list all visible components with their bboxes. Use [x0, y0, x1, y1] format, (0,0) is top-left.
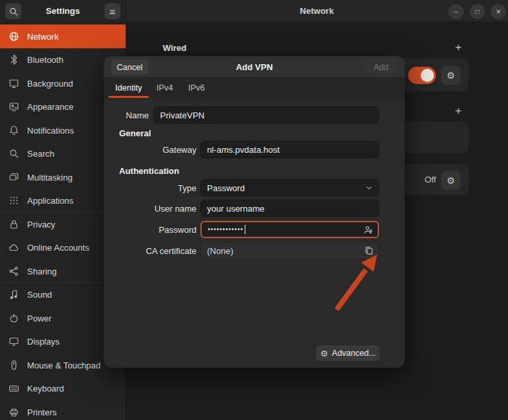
username-value: your username: [207, 204, 265, 214]
file-picker-icon[interactable]: [364, 246, 374, 256]
bluetooth-icon: [9, 54, 19, 65]
appearance-icon: [9, 101, 19, 112]
tab-ipv6[interactable]: IPv6: [184, 78, 209, 98]
sidebar-item-label: Power: [27, 314, 52, 323]
wired-toggle[interactable]: [408, 67, 436, 84]
keyboard-icon: [9, 383, 19, 394]
add-label: Add: [374, 63, 388, 72]
sidebar-item-label: Sound: [27, 290, 52, 300]
tab-ipv4[interactable]: IPv4: [152, 78, 177, 98]
sidebar-item-label: Applications: [27, 196, 73, 206]
sidebar-item-label: Bluetooth: [27, 55, 64, 65]
sidebar-item-label: Network: [27, 32, 59, 42]
gear-icon: ⚙: [320, 349, 328, 358]
sidebar-item-label: Keyboard: [27, 384, 64, 394]
wired-section-heading: Wired: [163, 43, 187, 53]
sidebar-item-printers[interactable]: Printers: [0, 400, 126, 420]
sidebar-item-label: Appearance: [27, 102, 73, 112]
maximize-button[interactable]: □: [470, 4, 485, 19]
ca-certificate-value: (None): [207, 246, 233, 256]
wired-settings-button[interactable]: ⚙: [441, 65, 460, 85]
dialog-header: [104, 56, 405, 78]
sidebar-item-label: Notifications: [27, 126, 74, 136]
tab-label: IPv6: [188, 83, 204, 93]
search-button[interactable]: [5, 3, 21, 19]
sidebar-item-network[interactable]: Network: [0, 24, 126, 48]
proxy-status: Off: [425, 175, 436, 185]
cloud-icon: [9, 242, 19, 253]
cancel-label: Cancel: [117, 63, 143, 72]
hamburger-menu-button[interactable]: ≡: [105, 3, 120, 19]
general-heading: General: [119, 128, 151, 138]
settings-window: Settings ≡ Network − □ × Network Bluetoo…: [0, 0, 508, 420]
sidebar-item-label: Multitasking: [27, 173, 73, 183]
name-value: PrivateVPN: [160, 110, 204, 120]
password-input[interactable]: ••••••••••••: [200, 221, 379, 238]
text-caret: [245, 225, 245, 234]
headerbar: Settings ≡ Network − □ ×: [0, 0, 508, 22]
display-icon: [9, 336, 19, 347]
sidebar-item-label: Privacy: [27, 220, 56, 230]
sidebar-item-label: Search: [27, 149, 54, 159]
advanced-button[interactable]: ⚙ Advanced...: [316, 345, 380, 361]
tab-label: IPv4: [156, 83, 173, 93]
toggle-knob: [421, 69, 434, 82]
name-label: Name: [104, 106, 149, 124]
grid-icon: [9, 195, 19, 206]
type-select[interactable]: Password: [200, 179, 379, 196]
add-button[interactable]: Add: [364, 60, 398, 75]
note-icon: [9, 289, 19, 300]
cancel-button[interactable]: Cancel: [111, 60, 148, 75]
add-vpn-dialog: Cancel Add VPN Add Identity IPv4 IPv6 Na…: [104, 56, 405, 368]
search-icon: [9, 7, 19, 17]
background-icon: [9, 78, 19, 89]
tab-identity[interactable]: Identity: [108, 78, 149, 98]
share-icon: [9, 266, 19, 276]
close-button[interactable]: ×: [491, 4, 506, 19]
gear-icon: ⚙: [446, 175, 455, 186]
magnifier-icon: [9, 148, 19, 159]
minimize-icon: −: [454, 8, 458, 16]
sidebar-item-label: Background: [27, 79, 73, 89]
maximize-icon: □: [475, 8, 479, 15]
authentication-heading: Authentication: [119, 166, 179, 176]
name-input[interactable]: PrivateVPN: [153, 106, 379, 124]
mouse-icon: [9, 360, 19, 370]
password-label: Password: [104, 221, 196, 238]
sidebar-item-label: Printers: [27, 407, 57, 417]
add-wired-button[interactable]: +: [451, 40, 466, 55]
windows-icon: [9, 172, 19, 183]
add-vpn-button[interactable]: +: [451, 104, 466, 118]
minimize-button[interactable]: −: [448, 4, 464, 19]
sidebar-item-keyboard[interactable]: Keyboard: [0, 376, 126, 400]
plus-icon: +: [455, 105, 462, 118]
password-key-icon[interactable]: [363, 225, 373, 235]
password-masked-value: ••••••••••••: [208, 221, 243, 238]
bell-icon: [9, 125, 19, 136]
plus-icon: +: [455, 41, 462, 54]
gateway-label: Gateway: [104, 141, 196, 158]
ca-certificate-chooser[interactable]: (None): [200, 242, 379, 259]
hamburger-icon: ≡: [110, 6, 116, 17]
sidebar-item-label: Online Accounts: [27, 243, 89, 253]
chevron-down-icon: [364, 183, 374, 192]
sidebar-item-label: Sharing: [27, 267, 57, 276]
type-value: Password: [207, 183, 245, 193]
gateway-value: nl-ams.pvdata.host: [207, 145, 280, 155]
close-icon: ×: [496, 7, 501, 17]
ca-certificate-label: CA certificate: [104, 242, 196, 259]
advanced-label: Advanced...: [332, 349, 376, 358]
power-icon: [9, 313, 19, 323]
sidebar-item-label: Displays: [27, 337, 60, 347]
proxy-settings-button[interactable]: ⚙: [441, 171, 460, 190]
sidebar-item-label: Mouse & Touchpad: [27, 360, 101, 370]
username-label: User name: [104, 200, 196, 217]
dialog-tabstrip: Identity IPv4 IPv6: [104, 78, 405, 98]
active-tab-underline: [108, 96, 149, 98]
printer-icon: [9, 407, 19, 417]
lock-icon: [9, 219, 19, 230]
globe-icon: [9, 31, 19, 42]
username-input[interactable]: your username: [200, 200, 379, 217]
gateway-input[interactable]: nl-ams.pvdata.host: [200, 141, 379, 158]
tab-label: Identity: [115, 83, 142, 93]
